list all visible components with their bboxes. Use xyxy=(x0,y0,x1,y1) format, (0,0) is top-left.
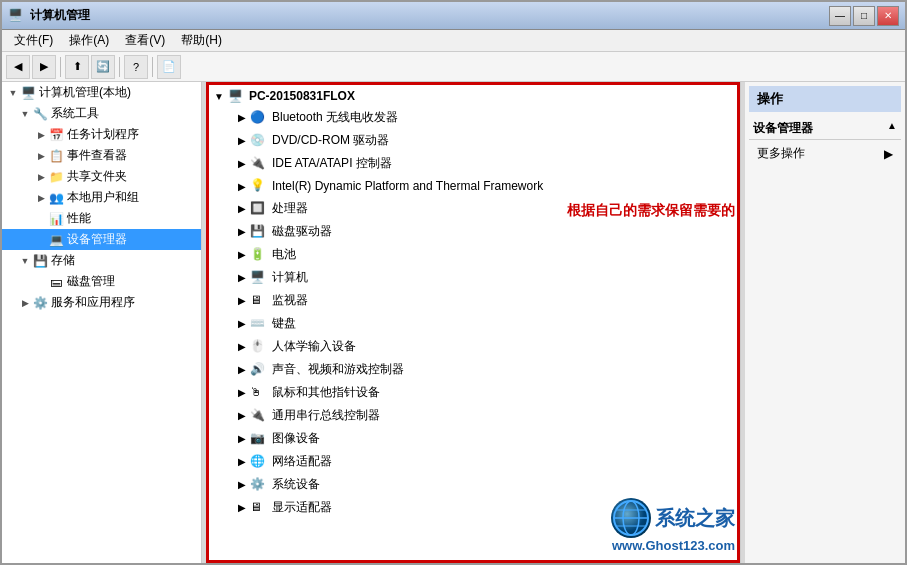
device-dvd[interactable]: ▶ 💿 DVD/CD-ROM 驱动器 xyxy=(210,129,736,152)
monitor-icon: 🖥 xyxy=(250,293,266,309)
device-intel[interactable]: ▶ 💡 Intel(R) Dynamic Platform and Therma… xyxy=(210,175,736,197)
close-button[interactable]: ✕ xyxy=(877,6,899,26)
forward-button[interactable]: ▶ xyxy=(32,55,56,79)
computer-header[interactable]: ▼ 🖥️ PC-20150831FLOX xyxy=(210,86,736,106)
computer-name: PC-20150831FLOX xyxy=(249,89,355,103)
menu-help[interactable]: 帮助(H) xyxy=(173,30,230,51)
expand-disk-drive-icon: ▶ xyxy=(238,226,246,237)
tree-perf-label: 性能 xyxy=(67,210,91,227)
menu-bar: 文件(F) 操作(A) 查看(V) 帮助(H) xyxy=(2,30,905,52)
imaging-icon: 📷 xyxy=(250,431,266,447)
menu-file[interactable]: 文件(F) xyxy=(6,30,61,51)
hid-icon: 🖱️ xyxy=(250,339,266,355)
expand-bt-icon: ▶ xyxy=(238,112,246,123)
more-actions-item[interactable]: 更多操作 ▶ xyxy=(749,142,901,165)
device-disk-label: 磁盘驱动器 xyxy=(272,223,332,240)
tree-shared-folders[interactable]: ▶ 📁 共享文件夹 xyxy=(2,166,201,187)
up-button[interactable]: ⬆ xyxy=(65,55,89,79)
intel-icon: 💡 xyxy=(250,178,266,194)
tree-event-viewer[interactable]: ▶ 📋 事件查看器 xyxy=(2,145,201,166)
system-icon: ⚙️ xyxy=(250,477,266,493)
export-button[interactable]: 📄 xyxy=(157,55,181,79)
collapse-icon: ▲ xyxy=(887,120,897,131)
device-mgr-icon: 💻 xyxy=(48,232,64,248)
tree-disk-label: 磁盘管理 xyxy=(67,273,115,290)
expand-kb-icon: ▶ xyxy=(238,318,246,329)
processor-icon: 🔲 xyxy=(250,201,266,217)
device-ide[interactable]: ▶ 🔌 IDE ATA/ATAPI 控制器 xyxy=(210,152,736,175)
tree-root[interactable]: ▼ 🖥️ 计算机管理(本地) xyxy=(2,82,201,103)
tree-root-label: 计算机管理(本地) xyxy=(39,84,131,101)
title-bar: 🖥️ 计算机管理 — □ ✕ xyxy=(2,2,905,30)
menu-action[interactable]: 操作(A) xyxy=(61,30,117,51)
expand-ide-icon: ▶ xyxy=(238,158,246,169)
device-display[interactable]: ▶ 🖥 显示适配器 xyxy=(210,496,736,519)
device-computer[interactable]: ▶ 🖥️ 计算机 xyxy=(210,266,736,289)
expand-computer-icon: ▼ xyxy=(214,91,224,102)
title-buttons: — □ ✕ xyxy=(829,6,899,26)
device-net-label: 网络适配器 xyxy=(272,453,332,470)
device-network[interactable]: ▶ 🌐 网络适配器 xyxy=(210,450,736,473)
main-content: ▼ 🖥️ 计算机管理(本地) ▼ 🔧 系统工具 ▶ 📅 任务计划程序 ▶ 📋 事… xyxy=(2,82,905,563)
tree-task-scheduler[interactable]: ▶ 📅 任务计划程序 xyxy=(2,124,201,145)
right-panel: 操作 设备管理器 ▲ 更多操作 ▶ xyxy=(745,82,905,563)
device-hid[interactable]: ▶ 🖱️ 人体学输入设备 xyxy=(210,335,736,358)
tree-services[interactable]: ▶ ⚙️ 服务和应用程序 xyxy=(2,292,201,313)
help-button[interactable]: ? xyxy=(124,55,148,79)
device-img-label: 图像设备 xyxy=(272,430,320,447)
expand-net-icon: ▶ xyxy=(238,456,246,467)
device-disp-label: 显示适配器 xyxy=(272,499,332,516)
expand-mon-icon: ▶ xyxy=(238,295,246,306)
tree-device-manager[interactable]: 💻 设备管理器 xyxy=(2,229,201,250)
expand-root: ▼ xyxy=(6,86,20,100)
computer-icon: 🖥️ xyxy=(20,85,36,101)
disk-icon: 🖴 xyxy=(48,274,64,290)
device-imaging[interactable]: ▶ 📷 图像设备 xyxy=(210,427,736,450)
device-bluetooth[interactable]: ▶ 🔵 Bluetooth 无线电收发器 xyxy=(210,106,736,129)
back-button[interactable]: ◀ xyxy=(6,55,30,79)
device-usb[interactable]: ▶ 🔌 通用串行总线控制器 xyxy=(210,404,736,427)
device-mouse[interactable]: ▶ 🖱 鼠标和其他指针设备 xyxy=(210,381,736,404)
expand-bat-icon: ▶ xyxy=(238,249,246,260)
folder-icon: 📁 xyxy=(48,169,64,185)
window-icon: 🖥️ xyxy=(8,8,24,24)
device-list: ▼ 🖥️ PC-20150831FLOX ▶ 🔵 Bluetooth 无线电收发… xyxy=(206,82,740,523)
device-battery[interactable]: ▶ 🔋 电池 xyxy=(210,243,736,266)
expand-intel-icon: ▶ xyxy=(238,181,246,192)
maximize-button[interactable]: □ xyxy=(853,6,875,26)
expand-users: ▶ xyxy=(34,191,48,205)
middle-panel: ▼ 🖥️ PC-20150831FLOX ▶ 🔵 Bluetooth 无线电收发… xyxy=(206,82,741,563)
device-audio[interactable]: ▶ 🔊 声音、视频和游戏控制器 xyxy=(210,358,736,381)
expand-usb-icon: ▶ xyxy=(238,410,246,421)
tree-system-tools[interactable]: ▼ 🔧 系统工具 xyxy=(2,103,201,124)
tree-users-label: 本地用户和组 xyxy=(67,189,139,206)
minimize-button[interactable]: — xyxy=(829,6,851,26)
device-system[interactable]: ▶ ⚙️ 系统设备 xyxy=(210,473,736,496)
tree-storage[interactable]: ▼ 💾 存储 xyxy=(2,250,201,271)
action-header: 操作 xyxy=(749,86,901,112)
window-title: 计算机管理 xyxy=(30,7,90,24)
tree-performance[interactable]: 📊 性能 xyxy=(2,208,201,229)
expand-img-icon: ▶ xyxy=(238,433,246,444)
computer-dev-icon: 🖥️ xyxy=(250,270,266,286)
device-processor[interactable]: ▶ 🔲 处理器 xyxy=(210,197,736,220)
expand-disp-icon: ▶ xyxy=(238,502,246,513)
title-bar-left: 🖥️ 计算机管理 xyxy=(8,7,90,24)
refresh-button[interactable]: 🔄 xyxy=(91,55,115,79)
arrow-right-icon: ▶ xyxy=(884,147,893,161)
action-section-label: 设备管理器 xyxy=(753,121,813,135)
expand-event: ▶ xyxy=(34,149,48,163)
device-comp-label: 计算机 xyxy=(272,269,308,286)
device-keyboard[interactable]: ▶ ⌨️ 键盘 xyxy=(210,312,736,335)
expand-mouse-icon: ▶ xyxy=(238,387,246,398)
device-disk-drive[interactable]: ▶ 💾 磁盘驱动器 xyxy=(210,220,736,243)
disk-drive-icon: 💾 xyxy=(250,224,266,240)
expand-proc-icon: ▶ xyxy=(238,203,246,214)
menu-view[interactable]: 查看(V) xyxy=(117,30,173,51)
tree-task-label: 任务计划程序 xyxy=(67,126,139,143)
task-icon: 📅 xyxy=(48,127,64,143)
device-monitor[interactable]: ▶ 🖥 监视器 xyxy=(210,289,736,312)
computer-header-icon: 🖥️ xyxy=(228,89,243,103)
tree-local-users[interactable]: ▶ 👥 本地用户和组 xyxy=(2,187,201,208)
tree-disk-mgmt[interactable]: 🖴 磁盘管理 xyxy=(2,271,201,292)
